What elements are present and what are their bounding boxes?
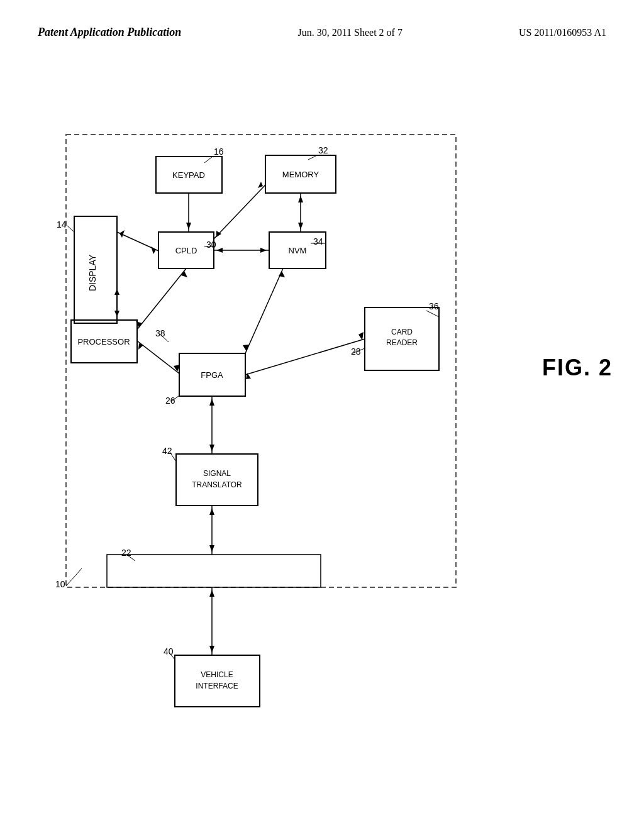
svg-text:34: 34	[313, 236, 323, 246]
svg-line-72	[308, 155, 317, 160]
svg-text:PROCESSOR: PROCESSOR	[77, 337, 130, 346]
svg-line-45	[137, 341, 179, 374]
svg-line-86	[128, 556, 135, 561]
sheet-info: Jun. 30, 2011 Sheet 2 of 7	[297, 25, 402, 40]
svg-text:DISPLAY: DISPLAY	[87, 254, 97, 291]
patent-number: US 2011/0160953 A1	[519, 25, 606, 40]
svg-text:16: 16	[214, 147, 224, 157]
svg-marker-34	[258, 182, 263, 188]
svg-text:NVM: NVM	[289, 246, 307, 255]
svg-marker-44	[181, 271, 187, 277]
svg-text:38: 38	[155, 328, 165, 338]
svg-marker-41	[298, 196, 303, 202]
svg-text:SIGNAL: SIGNAL	[203, 469, 231, 478]
svg-marker-29	[151, 246, 156, 254]
svg-text:FPGA: FPGA	[201, 370, 223, 380]
patent-diagram: DISPLAY KEYPAD CPLD MEMORY NVM PROCESSOR…	[0, 53, 644, 807]
svg-text:CARD: CARD	[391, 328, 413, 336]
svg-marker-52	[358, 332, 364, 340]
svg-text:10: 10	[55, 579, 65, 589]
svg-marker-40	[298, 223, 303, 230]
svg-marker-47	[138, 343, 143, 350]
svg-rect-0	[66, 135, 456, 587]
svg-text:READER: READER	[386, 338, 418, 347]
svg-line-48	[245, 268, 283, 353]
svg-text:VEHICLE: VEHICLE	[201, 670, 233, 679]
svg-marker-38	[216, 248, 223, 253]
page: Patent Application Publication Jun. 30, …	[0, 0, 644, 830]
svg-text:22: 22	[121, 548, 131, 558]
svg-line-42	[137, 268, 186, 329]
svg-line-64	[66, 568, 82, 586]
svg-line-68	[204, 157, 213, 163]
svg-marker-30	[119, 230, 125, 238]
diagram-area: DISPLAY KEYPAD CPLD MEMORY NVM PROCESSOR…	[0, 53, 644, 807]
svg-text:14: 14	[57, 219, 67, 230]
svg-text:42: 42	[162, 446, 172, 456]
svg-line-51	[245, 339, 365, 375]
page-header: Patent Application Publication Jun. 30, …	[0, 0, 644, 53]
svg-text:MEMORY: MEMORY	[282, 170, 319, 179]
svg-marker-61	[209, 646, 214, 653]
svg-text:32: 32	[318, 145, 328, 155]
svg-marker-56	[209, 399, 214, 406]
svg-text:40: 40	[164, 646, 174, 656]
svg-marker-62	[209, 590, 214, 597]
svg-text:26: 26	[165, 396, 175, 406]
svg-marker-32	[186, 223, 191, 230]
svg-rect-18	[176, 454, 258, 506]
svg-text:36: 36	[429, 301, 439, 311]
figure-label: FIG. 2	[542, 355, 613, 381]
svg-text:INTERFACE: INTERFACE	[196, 682, 238, 690]
svg-text:30: 30	[206, 240, 216, 250]
svg-line-66	[67, 226, 74, 232]
svg-marker-27	[114, 289, 119, 295]
svg-marker-37	[260, 248, 267, 253]
publication-label: Patent Application Publication	[38, 25, 181, 40]
svg-marker-26	[114, 311, 119, 317]
svg-text:CPLD: CPLD	[175, 246, 197, 255]
svg-text:28: 28	[351, 346, 361, 357]
svg-text:TRANSLATOR: TRANSLATOR	[192, 480, 242, 489]
svg-marker-59	[209, 508, 214, 515]
svg-text:KEYPAD: KEYPAD	[172, 170, 205, 180]
svg-line-84	[170, 452, 176, 462]
svg-marker-58	[209, 545, 214, 552]
svg-line-76	[426, 311, 439, 317]
svg-marker-55	[209, 445, 214, 451]
svg-rect-21	[107, 555, 321, 587]
svg-rect-22	[175, 655, 260, 707]
